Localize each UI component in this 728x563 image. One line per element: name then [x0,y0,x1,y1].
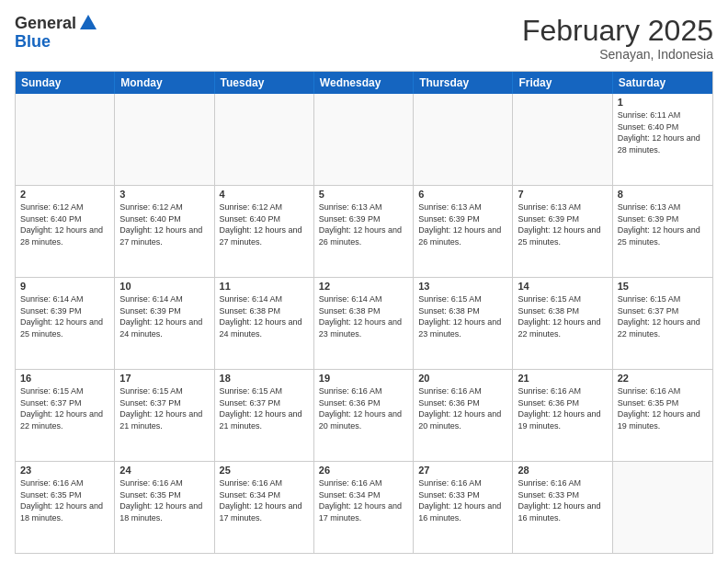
day-info: Sunrise: 6:15 AM Sunset: 6:37 PM Dayligh… [618,293,708,339]
day-number: 25 [220,465,309,476]
calendar-cell: 24Sunrise: 6:16 AM Sunset: 6:35 PM Dayli… [115,462,214,553]
location-text: Senayan, Indonesia [522,47,713,62]
day-info: Sunrise: 6:16 AM Sunset: 6:35 PM Dayligh… [20,477,109,523]
calendar-body: 1Sunrise: 6:11 AM Sunset: 6:40 PM Daylig… [16,94,712,553]
day-number: 14 [518,281,607,292]
day-info: Sunrise: 6:15 AM Sunset: 6:37 PM Dayligh… [119,385,209,431]
day-number: 11 [220,281,309,292]
day-info: Sunrise: 6:15 AM Sunset: 6:38 PM Dayligh… [418,293,507,339]
weekday-header: Sunday [16,72,115,94]
day-number: 8 [618,189,708,200]
calendar-row: 23Sunrise: 6:16 AM Sunset: 6:35 PM Dayli… [16,462,712,553]
calendar-cell: 26Sunrise: 6:16 AM Sunset: 6:34 PM Dayli… [314,462,414,553]
day-info: Sunrise: 6:12 AM Sunset: 6:40 PM Dayligh… [220,201,309,247]
day-number: 26 [319,465,408,476]
day-info: Sunrise: 6:13 AM Sunset: 6:39 PM Dayligh… [518,201,607,247]
weekday-header: Thursday [414,72,513,94]
day-info: Sunrise: 6:16 AM Sunset: 6:34 PM Dayligh… [220,477,309,523]
day-info: Sunrise: 6:14 AM Sunset: 6:39 PM Dayligh… [20,293,109,339]
calendar-cell: 2Sunrise: 6:12 AM Sunset: 6:40 PM Daylig… [16,186,115,277]
day-number: 19 [319,373,408,384]
weekday-header: Wednesday [314,72,414,94]
calendar: SundayMondayTuesdayWednesdayThursdayFrid… [15,71,713,554]
calendar-cell: 7Sunrise: 6:13 AM Sunset: 6:39 PM Daylig… [513,186,612,277]
day-info: Sunrise: 6:12 AM Sunset: 6:40 PM Dayligh… [20,201,109,247]
calendar-cell: 15Sunrise: 6:15 AM Sunset: 6:37 PM Dayli… [613,278,712,369]
day-number: 6 [418,189,507,200]
page-header: General Blue February 2025 Senayan, Indo… [15,15,713,62]
calendar-cell: 12Sunrise: 6:14 AM Sunset: 6:38 PM Dayli… [314,278,414,369]
day-number: 27 [418,465,507,476]
day-info: Sunrise: 6:15 AM Sunset: 6:38 PM Dayligh… [518,293,607,339]
calendar-cell [16,94,115,185]
day-number: 22 [618,373,708,384]
day-number: 10 [119,281,209,292]
calendar-cell: 5Sunrise: 6:13 AM Sunset: 6:39 PM Daylig… [314,186,414,277]
logo-icon [78,13,98,33]
day-info: Sunrise: 6:16 AM Sunset: 6:36 PM Dayligh… [319,385,408,431]
day-number: 17 [119,373,209,384]
calendar-row: 1Sunrise: 6:11 AM Sunset: 6:40 PM Daylig… [16,94,712,186]
calendar-cell: 11Sunrise: 6:14 AM Sunset: 6:38 PM Dayli… [215,278,314,369]
day-number: 13 [418,281,507,292]
day-info: Sunrise: 6:14 AM Sunset: 6:39 PM Dayligh… [119,293,209,339]
calendar-cell: 18Sunrise: 6:15 AM Sunset: 6:37 PM Dayli… [215,370,314,461]
calendar-cell: 8Sunrise: 6:13 AM Sunset: 6:39 PM Daylig… [613,186,712,277]
day-number: 9 [20,281,109,292]
day-info: Sunrise: 6:16 AM Sunset: 6:33 PM Dayligh… [418,477,507,523]
calendar-cell: 17Sunrise: 6:15 AM Sunset: 6:37 PM Dayli… [115,370,214,461]
day-number: 23 [20,465,109,476]
day-info: Sunrise: 6:11 AM Sunset: 6:40 PM Dayligh… [618,109,708,155]
calendar-cell [414,94,513,185]
day-number: 28 [518,465,607,476]
month-title: February 2025 [522,15,713,47]
day-info: Sunrise: 6:14 AM Sunset: 6:38 PM Dayligh… [220,293,309,339]
calendar-cell: 28Sunrise: 6:16 AM Sunset: 6:33 PM Dayli… [513,462,612,553]
calendar-cell: 9Sunrise: 6:14 AM Sunset: 6:39 PM Daylig… [16,278,115,369]
day-info: Sunrise: 6:16 AM Sunset: 6:36 PM Dayligh… [518,385,607,431]
day-number: 18 [220,373,309,384]
calendar-cell: 22Sunrise: 6:16 AM Sunset: 6:35 PM Dayli… [613,370,712,461]
calendar-cell [314,94,414,185]
weekday-header: Friday [513,72,612,94]
day-number: 4 [220,189,309,200]
day-info: Sunrise: 6:16 AM Sunset: 6:35 PM Dayligh… [119,477,209,523]
weekday-header: Tuesday [215,72,314,94]
calendar-row: 9Sunrise: 6:14 AM Sunset: 6:39 PM Daylig… [16,278,712,370]
day-number: 12 [319,281,408,292]
day-info: Sunrise: 6:15 AM Sunset: 6:37 PM Dayligh… [220,385,309,431]
day-number: 20 [418,373,507,384]
calendar-cell: 21Sunrise: 6:16 AM Sunset: 6:36 PM Dayli… [513,370,612,461]
calendar-cell: 3Sunrise: 6:12 AM Sunset: 6:40 PM Daylig… [115,186,214,277]
weekday-header: Saturday [613,72,712,94]
day-number: 3 [119,189,209,200]
calendar-cell: 1Sunrise: 6:11 AM Sunset: 6:40 PM Daylig… [613,94,712,185]
day-info: Sunrise: 6:15 AM Sunset: 6:37 PM Dayligh… [20,385,109,431]
calendar-cell: 27Sunrise: 6:16 AM Sunset: 6:33 PM Dayli… [414,462,513,553]
day-info: Sunrise: 6:13 AM Sunset: 6:39 PM Dayligh… [618,201,708,247]
day-info: Sunrise: 6:16 AM Sunset: 6:33 PM Dayligh… [518,477,607,523]
day-info: Sunrise: 6:13 AM Sunset: 6:39 PM Dayligh… [319,201,408,247]
day-number: 16 [20,373,109,384]
day-number: 24 [119,465,209,476]
day-number: 5 [319,189,408,200]
calendar-cell [115,94,214,185]
day-info: Sunrise: 6:14 AM Sunset: 6:38 PM Dayligh… [319,293,408,339]
day-info: Sunrise: 6:12 AM Sunset: 6:40 PM Dayligh… [119,201,209,247]
title-section: February 2025 Senayan, Indonesia [522,15,713,62]
calendar-cell: 4Sunrise: 6:12 AM Sunset: 6:40 PM Daylig… [215,186,314,277]
svg-marker-0 [80,15,97,29]
calendar-header: SundayMondayTuesdayWednesdayThursdayFrid… [16,72,712,94]
day-number: 21 [518,373,607,384]
day-number: 2 [20,189,109,200]
calendar-cell [215,94,314,185]
calendar-cell: 19Sunrise: 6:16 AM Sunset: 6:36 PM Dayli… [314,370,414,461]
logo-general-text: General [15,15,76,33]
calendar-page: General Blue February 2025 Senayan, Indo… [0,0,728,563]
logo-blue-text: Blue [15,33,98,52]
day-number: 1 [618,97,708,108]
calendar-cell: 13Sunrise: 6:15 AM Sunset: 6:38 PM Dayli… [414,278,513,369]
calendar-cell: 20Sunrise: 6:16 AM Sunset: 6:36 PM Dayli… [414,370,513,461]
day-info: Sunrise: 6:16 AM Sunset: 6:36 PM Dayligh… [418,385,507,431]
calendar-cell: 10Sunrise: 6:14 AM Sunset: 6:39 PM Dayli… [115,278,214,369]
